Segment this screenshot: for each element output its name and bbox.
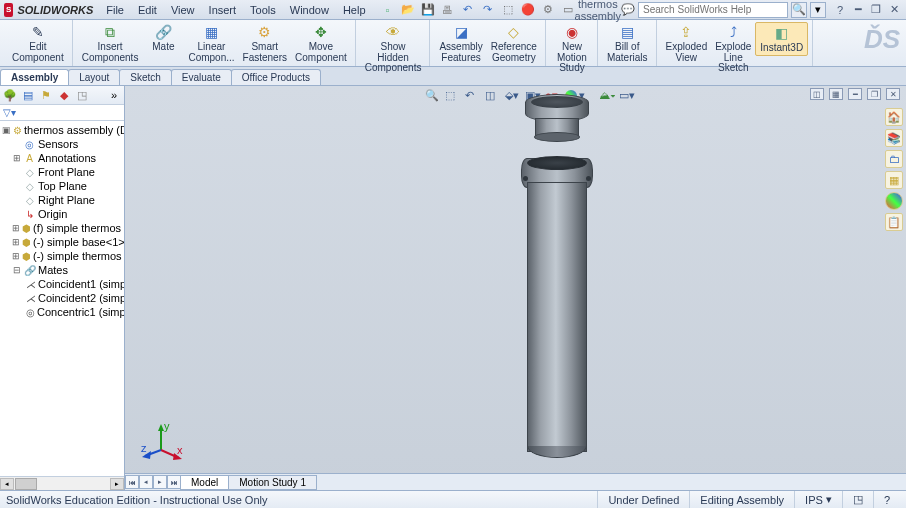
status-custom-icon[interactable]: ◳ — [842, 491, 873, 508]
smart-fasteners-button[interactable]: ⚙Smart Fasteners — [239, 22, 291, 64]
tree-part-base[interactable]: ⊞⬢(-) simple base<1> (Def — [0, 235, 124, 249]
instant3d-icon: ◧ — [773, 24, 791, 42]
tree-sensors[interactable]: ◎Sensors — [0, 137, 124, 151]
move-component-button[interactable]: ✥Move Component — [291, 22, 351, 64]
menu-bar: File Edit View Insert Tools Window Help — [99, 2, 372, 18]
show-hidden-button[interactable]: 👁Show Hidden Components — [361, 22, 426, 75]
search-dropdown[interactable]: ▾ — [810, 2, 826, 18]
status-units[interactable]: IPS ▾ — [794, 491, 842, 508]
configuration-tab-icon[interactable]: ⚑ — [39, 88, 53, 102]
tree-annotations[interactable]: ⊞AAnnotations — [0, 151, 124, 165]
options-icon[interactable]: ⚙ — [541, 3, 555, 17]
task-appearances-icon[interactable] — [885, 192, 903, 210]
tree-mates[interactable]: ⊟🔗Mates — [0, 263, 124, 277]
feature-tree[interactable]: ▣⚙thermos assembly (Default ◎Sensors ⊞AA… — [0, 121, 124, 476]
save-icon[interactable]: 💾 — [421, 3, 435, 17]
tree-origin[interactable]: ↳Origin — [0, 207, 124, 221]
property-manager-tab-icon[interactable]: ▤ — [21, 88, 35, 102]
triad-z-label: z — [141, 442, 147, 454]
exploded-view-button[interactable]: ⇪Exploded View — [662, 22, 712, 64]
filter-funnel-icon[interactable]: ▽▾ — [3, 107, 16, 118]
part-icon: ⬢ — [22, 236, 31, 249]
assembly-features-button[interactable]: ◪Assembly Features — [435, 22, 486, 64]
tab-evaluate[interactable]: Evaluate — [171, 69, 232, 85]
vcr-last-icon[interactable]: ⏭ — [167, 475, 181, 489]
menu-tools[interactable]: Tools — [243, 2, 283, 18]
print-icon[interactable]: 🖶 — [441, 3, 455, 17]
feature-tree-tab-icon[interactable]: 🌳 — [3, 88, 17, 102]
tab-assembly[interactable]: Assembly — [0, 69, 69, 85]
search-button[interactable]: 🔍 — [791, 2, 807, 18]
close-icon[interactable]: ✕ — [886, 3, 902, 17]
graphics-viewport[interactable]: 🔍 ⬚ ↶ ◫ ⬙▾ ▣▾ ●▾ ▾ ⛰▾ ▭▾ ◫ ▦ ━ ❐ ✕ 🏠 📚 🗀… — [125, 86, 906, 490]
reference-geometry-icon: ◇ — [505, 23, 523, 41]
restore-icon[interactable]: ❐ — [868, 3, 884, 17]
menu-file[interactable]: File — [99, 2, 131, 18]
vp-split-icon[interactable]: ◫ — [810, 88, 824, 100]
vcr-prev-icon[interactable]: ◂ — [139, 475, 153, 489]
new-motion-study-button[interactable]: ◉New Motion Study — [551, 22, 593, 75]
explode-line-sketch-button[interactable]: ⤴Explode Line Sketch — [711, 22, 755, 75]
undo-icon[interactable]: ↶ — [461, 3, 475, 17]
instant3d-button[interactable]: ◧Instant3D — [755, 22, 808, 56]
mate-button[interactable]: 🔗Mate — [142, 22, 184, 54]
linear-pattern-button[interactable]: ▦Linear Compon... — [184, 22, 238, 64]
edit-component-button[interactable]: ✎Edit Component — [8, 22, 68, 64]
tree-part-body[interactable]: ⊞⬢(f) simple thermos body — [0, 221, 124, 235]
tab-model[interactable]: Model — [180, 475, 229, 490]
zoom-fit-icon[interactable]: 🔍 — [425, 89, 439, 103]
panel-flyout-icon[interactable]: » — [107, 88, 121, 102]
menu-help[interactable]: Help — [336, 2, 373, 18]
tree-part-lid[interactable]: ⊞⬢(-) simple thermos lid<1 — [0, 249, 124, 263]
task-resources-icon[interactable]: 🏠 — [885, 108, 903, 126]
part-icon: ⬢ — [22, 250, 31, 263]
help-icon[interactable]: ? — [832, 3, 848, 17]
vcr-first-icon[interactable]: ⏮ — [125, 475, 139, 489]
vp-minimize-icon[interactable]: ━ — [848, 88, 862, 100]
search-input[interactable] — [638, 2, 788, 18]
vp-tile-icon[interactable]: ▦ — [829, 88, 843, 100]
task-file-explorer-icon[interactable]: 🗀 — [885, 150, 903, 168]
tab-office-products[interactable]: Office Products — [231, 69, 321, 85]
scroll-right-icon[interactable]: ▸ — [110, 478, 124, 490]
rebuild-icon[interactable]: 🔴 — [521, 3, 535, 17]
select-icon[interactable]: ⬚ — [501, 3, 515, 17]
task-view-palette-icon[interactable]: ▦ — [885, 171, 903, 189]
tab-sketch[interactable]: Sketch — [119, 69, 172, 85]
tree-mate-coincident1[interactable]: ⋌Coincident1 (simple the — [0, 277, 124, 291]
tab-motion-study[interactable]: Motion Study 1 — [228, 475, 317, 490]
status-help-icon[interactable]: ? — [873, 491, 900, 508]
tree-top-plane[interactable]: ◇Top Plane — [0, 179, 124, 193]
new-icon[interactable]: ▫ — [381, 3, 395, 17]
tree-root[interactable]: ▣⚙thermos assembly (Default — [0, 123, 124, 137]
vp-close-icon[interactable]: ✕ — [886, 88, 900, 100]
display-tab-icon[interactable]: ◳ — [75, 88, 89, 102]
tab-layout[interactable]: Layout — [68, 69, 120, 85]
zoom-area-icon[interactable]: ⬚ — [445, 89, 459, 103]
open-icon[interactable]: 📂 — [401, 3, 415, 17]
tree-front-plane[interactable]: ◇Front Plane — [0, 165, 124, 179]
vcr-next-icon[interactable]: ▸ — [153, 475, 167, 489]
menu-insert[interactable]: Insert — [202, 2, 244, 18]
vp-maximize-icon[interactable]: ❐ — [867, 88, 881, 100]
app-logo-icon: S — [4, 3, 13, 17]
insert-components-button[interactable]: ⧉Insert Components — [78, 22, 143, 64]
task-custom-props-icon[interactable]: 📋 — [885, 213, 903, 231]
reference-geometry-button[interactable]: ◇Reference Geometry — [487, 22, 541, 64]
menu-edit[interactable]: Edit — [131, 2, 164, 18]
tree-horizontal-scrollbar[interactable]: ◂ ▸ — [0, 476, 124, 490]
dimxpert-tab-icon[interactable]: ◆ — [57, 88, 71, 102]
minimize-icon[interactable]: ━ — [850, 3, 866, 17]
menu-view[interactable]: View — [164, 2, 202, 18]
orientation-triad[interactable]: y x z — [141, 422, 181, 462]
task-design-library-icon[interactable]: 📚 — [885, 129, 903, 147]
tree-mate-concentric1[interactable]: ◎Concentric1 (simple the — [0, 305, 124, 319]
bill-of-materials-button[interactable]: ▤Bill of Materials — [603, 22, 652, 64]
redo-icon[interactable]: ↷ — [481, 3, 495, 17]
screen-capture-icon[interactable]: ▭ — [561, 3, 575, 17]
menu-window[interactable]: Window — [283, 2, 336, 18]
scroll-left-icon[interactable]: ◂ — [0, 478, 14, 490]
tree-mate-coincident2[interactable]: ⋌Coincident2 (simple the — [0, 291, 124, 305]
scroll-thumb[interactable] — [15, 478, 37, 490]
tree-right-plane[interactable]: ◇Right Plane — [0, 193, 124, 207]
